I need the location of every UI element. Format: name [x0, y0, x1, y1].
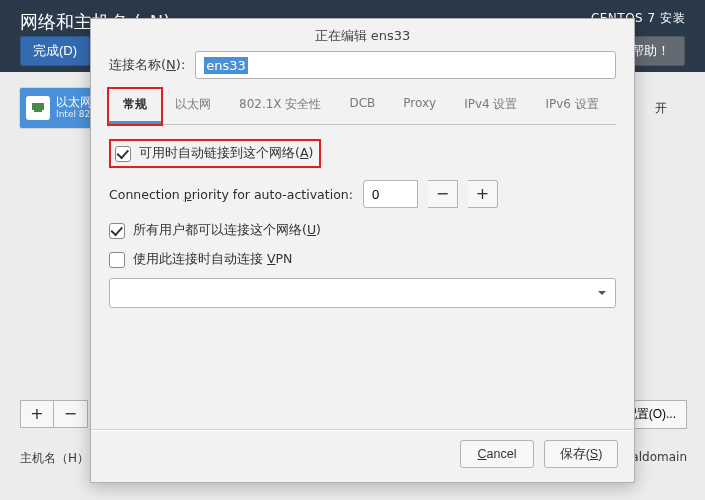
tab-ipv6[interactable]: IPv6 设置: [531, 89, 612, 124]
priority-increase-button[interactable]: +: [468, 180, 498, 208]
tab-bar: 常规 以太网 802.1X 安全性 DCB Proxy IPv4 设置 IPv6…: [109, 89, 616, 125]
connection-name-label: 连接名称(N):: [109, 56, 185, 74]
auto-connect-highlight: 可用时自动链接到这个网络(A): [109, 139, 321, 168]
dialog-title: 正在编辑 ens33: [91, 19, 634, 51]
tab-dcb[interactable]: DCB: [335, 89, 389, 124]
cancel-button[interactable]: Cancel: [460, 440, 534, 468]
nic-subtitle: Intel 82: [56, 110, 92, 120]
all-users-label: 所有用户都可以连接这个网络(U): [133, 222, 321, 239]
done-button[interactable]: 完成(D): [20, 36, 90, 66]
auto-connect-label: 可用时自动链接到这个网络(A): [139, 145, 313, 162]
nic-card[interactable]: 以太网 Intel 82: [20, 88, 100, 128]
priority-input[interactable]: [363, 180, 418, 208]
tab-8021x[interactable]: 802.1X 安全性: [225, 89, 335, 124]
tab-ipv4[interactable]: IPv4 设置: [450, 89, 531, 124]
auto-connect-checkbox[interactable]: [115, 146, 131, 162]
tab-ethernet[interactable]: 以太网: [161, 89, 225, 124]
ethernet-icon: [26, 96, 50, 120]
vpn-combo[interactable]: [109, 278, 616, 308]
nic-title: 以太网: [56, 96, 92, 109]
save-button[interactable]: 保存(S): [544, 440, 618, 468]
connection-name-input[interactable]: ens33: [195, 51, 616, 79]
tab-proxy[interactable]: Proxy: [389, 89, 450, 124]
connection-name-value: ens33: [204, 57, 248, 74]
edit-connection-dialog: 正在编辑 ens33 连接名称(N): ens33 常规 以太网 802.1X …: [90, 18, 635, 483]
add-nic-button[interactable]: +: [20, 400, 54, 428]
vpn-checkbox[interactable]: [109, 252, 125, 268]
hostname-label: 主机名（H）:: [20, 450, 93, 467]
tab-general[interactable]: 常规: [109, 89, 161, 124]
priority-decrease-button[interactable]: −: [428, 180, 458, 208]
priority-label: Connection priority for auto-activation:: [109, 187, 353, 202]
vpn-label: 使用此连接时自动连接 VPN: [133, 251, 292, 268]
nic-toggle-label: 开: [655, 100, 667, 117]
chevron-down-icon: [597, 286, 607, 301]
all-users-checkbox[interactable]: [109, 223, 125, 239]
remove-nic-button[interactable]: −: [54, 400, 88, 428]
